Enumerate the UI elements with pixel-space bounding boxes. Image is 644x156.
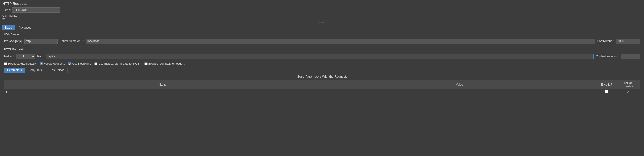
params-table: Name: Value Encode? Include Equals? t 1 — [4, 80, 640, 95]
method-select[interactable]: GET POST PUT DELETE HEAD OPTIONS PATCH — [16, 53, 35, 59]
keepalive-label: Use KeepAlive — [72, 62, 91, 65]
tabs-row: Basic Advanced — [0, 24, 644, 30]
col-value-header: Value — [322, 80, 597, 89]
col-include-header: Include Equals? — [616, 80, 640, 89]
method-select-wrapper: GET POST PUT DELETE HEAD OPTIONS PATCH — [16, 53, 35, 59]
redirect-label: Redirect Automatically — [8, 62, 36, 65]
comments-label: Comments: — [2, 14, 17, 17]
checkbox-follow: Follow Redirects — [40, 62, 65, 65]
sub-tab-parameters[interactable]: Parameters — [4, 68, 25, 73]
http-request-title: HTTP Request — [2, 47, 642, 52]
server-input[interactable] — [86, 38, 596, 44]
protocol-input[interactable] — [24, 38, 58, 44]
port-label: Port Number: — [597, 39, 614, 43]
collapse-arrow[interactable] — [0, 18, 644, 20]
sub-tab-filesupload[interactable]: Files Upload — [46, 68, 68, 73]
page-title: HTTP Request — [0, 0, 644, 6]
table-container: Send Parameters With the Request: Name: … — [4, 73, 640, 95]
port-input[interactable] — [616, 38, 640, 44]
method-path-row: Method: GET POST PUT DELETE HEAD OPTIONS… — [2, 52, 642, 61]
table-header-row: Name: Value Encode? Include Equals? — [4, 80, 640, 89]
content-encoding-input[interactable] — [621, 54, 640, 59]
checkbox-multipart: Use multipart/form-data for POST — [94, 62, 141, 65]
follow-checkbox[interactable] — [40, 62, 43, 65]
param-encode-checkbox[interactable] — [605, 90, 608, 93]
multipart-checkbox[interactable] — [94, 62, 98, 65]
protocol-label: Protocol [http]: — [4, 39, 22, 43]
browser-label: Browser-compatible headers — [148, 62, 185, 65]
table-row: t 1 ✔ — [4, 89, 640, 95]
col-encode-header: Encode? — [597, 80, 616, 89]
web-server-section: Web Server Protocol [http]: Server Name … — [2, 32, 642, 45]
keepalive-checkbox[interactable] — [68, 62, 71, 65]
follow-label: Follow Redirects — [44, 62, 65, 65]
name-label: Name: — [2, 8, 11, 12]
browser-checkbox[interactable] — [144, 62, 148, 65]
param-value-cell: 1 — [322, 89, 597, 95]
redirect-checkbox[interactable] — [4, 62, 7, 65]
resize-handle[interactable]: ≈≈≈≈ — [0, 20, 644, 24]
sub-tab-bodydata[interactable]: Body Data — [26, 68, 45, 73]
param-name-cell: t — [4, 89, 322, 95]
col-name-header: Name: — [4, 80, 322, 89]
param-encode-cell — [597, 89, 616, 95]
checkbox-redirect: Redirect Automatically — [4, 62, 36, 65]
comments-row: Comments: — [0, 13, 644, 18]
name-input[interactable] — [12, 7, 60, 12]
multipart-label: Use multipart/form-data for POST — [98, 62, 141, 65]
path-input[interactable] — [46, 54, 594, 59]
content-encoding-label: Content encoding: — [596, 55, 619, 58]
checkboxes-row: Redirect Automatically Follow Redirects … — [2, 61, 642, 67]
tab-basic[interactable]: Basic — [2, 25, 15, 30]
web-server-title: Web Server — [2, 32, 642, 37]
checkbox-browser: Browser-compatible headers — [144, 62, 185, 65]
path-label: Path: — [37, 55, 44, 58]
send-params-title: Send Parameters With the Request: — [4, 73, 640, 80]
main-container: HTTP Request Name: Comments: ≈≈≈≈ Basic … — [0, 0, 644, 95]
server-label: Server Name or IP: — [60, 39, 84, 43]
name-row: Name: — [0, 6, 644, 13]
arrow-down-icon — [2, 18, 5, 20]
param-include-cell: ✔ — [616, 89, 640, 95]
sub-tabs-row: Parameters Body Data Files Upload — [2, 67, 642, 73]
web-server-row: Protocol [http]: Server Name or IP: Port… — [2, 37, 642, 45]
http-request-section: HTTP Request Method: GET POST PUT DELETE… — [2, 47, 642, 95]
include-checkmark: ✔ — [626, 90, 630, 94]
method-label: Method: — [4, 55, 14, 58]
tab-advanced[interactable]: Advanced — [16, 25, 34, 30]
checkbox-keepalive: Use KeepAlive — [68, 62, 91, 65]
